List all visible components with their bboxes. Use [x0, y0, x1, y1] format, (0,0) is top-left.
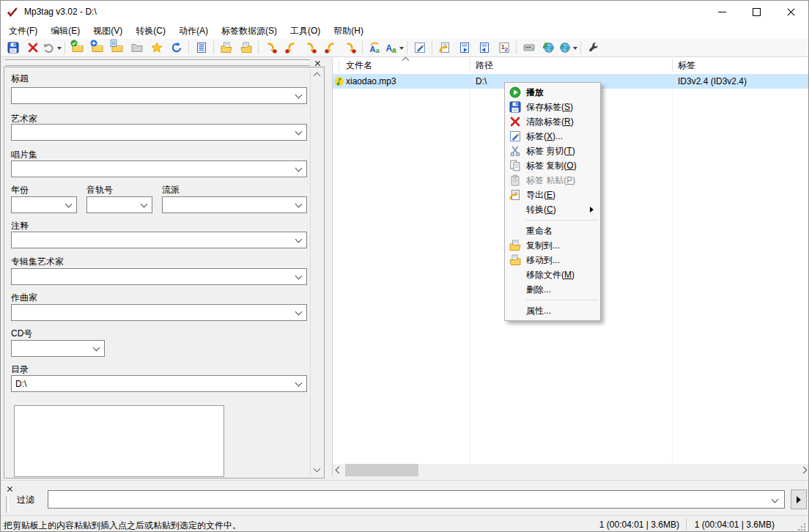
- convert-textfile-tag-button[interactable]: [320, 40, 340, 56]
- scroll-right-button[interactable]: [797, 464, 809, 476]
- menu-item-delete[interactable]: 删除...: [505, 282, 600, 297]
- menu-tag-sources[interactable]: 标签数据源(S): [215, 23, 284, 39]
- actions-button[interactable]: [454, 40, 474, 56]
- scroll-up-icon[interactable]: [314, 73, 321, 80]
- edit-tag-button[interactable]: [410, 40, 429, 56]
- menu-item-edit-tag[interactable]: 标签(X)...: [505, 129, 600, 144]
- menu-item-save-tag[interactable]: 保存标签(S): [505, 100, 600, 114]
- chevron-down-icon: [295, 165, 303, 172]
- directory-playlist-button[interactable]: [107, 40, 127, 56]
- copy-to-button[interactable]: [216, 40, 236, 56]
- menu-item-remove-file[interactable]: 移除文件(M): [505, 267, 600, 282]
- add-directory-button[interactable]: [87, 40, 107, 56]
- websources-sync-button[interactable]: [539, 40, 558, 56]
- edit-tag-icon: [414, 42, 426, 53]
- menu-item-convert[interactable]: 转换(C): [505, 202, 600, 217]
- column-separator[interactable]: [339, 59, 339, 73]
- change-directory-button[interactable]: [67, 40, 87, 56]
- menu-tools[interactable]: 工具(O): [284, 23, 327, 39]
- move-to-button[interactable]: [236, 40, 256, 56]
- convert-tag-filename-button[interactable]: [261, 40, 281, 56]
- save-tag-icon: [509, 101, 521, 113]
- save-tag-button[interactable]: [3, 40, 23, 56]
- case-menu-caret: [399, 47, 404, 52]
- filter-combobox[interactable]: [48, 490, 785, 509]
- column-separator[interactable]: [470, 59, 470, 73]
- undo-icon: [43, 42, 55, 53]
- column-header-path[interactable]: 路径: [476, 60, 493, 71]
- filter-close-button[interactable]: [4, 484, 15, 493]
- convert-tag-tag-button[interactable]: [340, 40, 360, 56]
- menu-item-properties[interactable]: 属性...: [505, 303, 600, 318]
- scroll-left-button[interactable]: [333, 464, 345, 476]
- chevron-down-icon[interactable]: [772, 496, 779, 503]
- menu-actions[interactable]: 动作(A): [172, 23, 215, 39]
- close-icon: [787, 8, 795, 16]
- composer-combobox[interactable]: [11, 304, 307, 321]
- websources-menu-button[interactable]: [558, 40, 578, 56]
- tag-panel-grip[interactable]: [5, 59, 310, 66]
- menu-file[interactable]: 文件(F): [2, 23, 44, 39]
- menu-item-rename[interactable]: 重命名: [505, 223, 600, 238]
- export-button[interactable]: [435, 40, 454, 56]
- horizontal-scrollbar[interactable]: [333, 464, 809, 476]
- album-artist-combobox[interactable]: [11, 268, 307, 285]
- genre-combobox[interactable]: [162, 196, 307, 213]
- column-header-filename[interactable]: 文件名: [346, 60, 372, 71]
- filter-input[interactable]: [51, 492, 757, 508]
- autonumbering-wizard-button[interactable]: [494, 40, 514, 56]
- toolbar: [1, 39, 808, 57]
- column-separator[interactable]: [672, 59, 673, 73]
- undo-button[interactable]: [43, 40, 62, 56]
- menu-edit[interactable]: 编辑(E): [44, 23, 86, 39]
- scroll-down-icon[interactable]: [314, 465, 321, 473]
- remove-tag-button[interactable]: [23, 40, 43, 56]
- cover-art-box[interactable]: [14, 405, 224, 477]
- year-label: 年份: [11, 185, 29, 195]
- favorites-star-button[interactable]: [147, 40, 166, 56]
- convert-filename-filename-button[interactable]: [300, 40, 320, 56]
- album-combobox[interactable]: [11, 160, 307, 177]
- menu-item-play[interactable]: 播放: [505, 85, 600, 100]
- menu-item-tag-copy[interactable]: 标签 复制(O): [505, 158, 600, 173]
- title-bar[interactable]: Mp3tag v3.02 - D:\: [1, 1, 808, 23]
- track-combobox[interactable]: [86, 196, 152, 213]
- status-divider: [686, 518, 687, 531]
- artist-combobox[interactable]: [11, 124, 307, 141]
- close-button[interactable]: [774, 1, 808, 23]
- menu-item-copy-to[interactable]: 复制到...: [505, 238, 600, 253]
- filter-apply-button[interactable]: [791, 489, 807, 509]
- menu-item-remove-tag[interactable]: 清除标签(R): [505, 114, 600, 129]
- maximize-button[interactable]: [739, 1, 774, 23]
- options-button[interactable]: [583, 40, 603, 56]
- disc-combobox[interactable]: [11, 340, 105, 357]
- menu-item-export[interactable]: 导出(E): [505, 188, 600, 202]
- menu-item-tag-cut[interactable]: 标签 剪切(T): [505, 144, 600, 158]
- favorites-folder-button[interactable]: [127, 40, 147, 56]
- paste-icon: [509, 174, 521, 186]
- minimize-button[interactable]: [705, 1, 739, 23]
- column-header-tag[interactable]: 标签: [678, 60, 695, 71]
- directory-combobox[interactable]: D:\: [11, 375, 307, 392]
- cd-drive-button[interactable]: [519, 40, 539, 56]
- resize-grip[interactable]: [797, 522, 805, 531]
- chevron-down-icon: [93, 344, 100, 352]
- filter-grip[interactable]: [6, 496, 9, 513]
- scrollbar-thumb[interactable]: [345, 464, 418, 476]
- playlist-button[interactable]: [191, 40, 211, 56]
- menu-convert[interactable]: 转换(C): [129, 23, 172, 39]
- menu-item-move-to[interactable]: 移动到...: [505, 253, 600, 267]
- actions-quick-button[interactable]: [474, 40, 494, 56]
- title-combobox[interactable]: [11, 87, 307, 104]
- convert-filename-tag-button[interactable]: [281, 40, 300, 56]
- case-conversion-button[interactable]: [365, 40, 385, 56]
- menu-help[interactable]: 帮助(H): [327, 23, 370, 39]
- menu-view[interactable]: 视图(V): [86, 23, 129, 39]
- case-conversion-menu-button[interactable]: [385, 40, 404, 56]
- comment-combobox[interactable]: [11, 232, 307, 248]
- menu-item-tag-paste[interactable]: 标签 粘贴(P): [505, 173, 600, 188]
- year-combobox[interactable]: [11, 196, 77, 213]
- websources-menu-caret: [573, 47, 577, 52]
- tag-panel-scrollbar[interactable]: [310, 68, 323, 477]
- refresh-button[interactable]: [166, 40, 186, 56]
